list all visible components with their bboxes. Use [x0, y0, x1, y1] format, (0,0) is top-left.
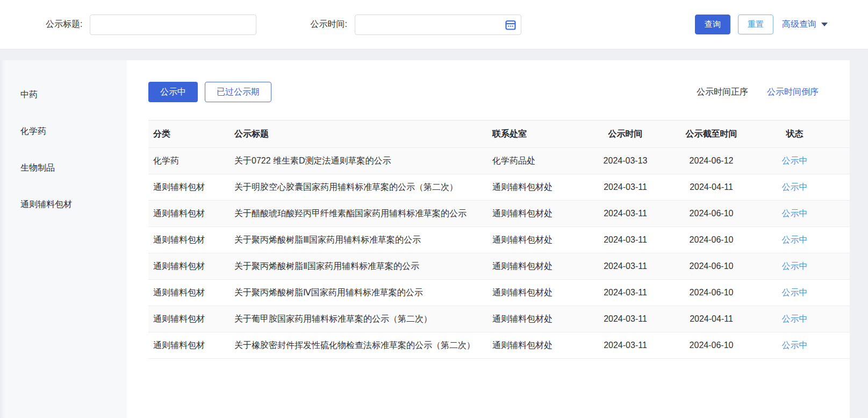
sort-link-1[interactable]: 公示时间倒序	[767, 87, 819, 98]
notice-title-input[interactable]	[90, 15, 256, 35]
table-row: 通则辅料包材 关于醋酸琥珀酸羟丙甲纤维素酯国家药用辅料标准草案的公示 通则辅料包…	[148, 201, 850, 227]
status-link[interactable]: 公示中	[782, 341, 808, 350]
status-link[interactable]: 公示中	[782, 182, 808, 192]
caret-down-icon	[821, 23, 828, 26]
cell-contact-office: 化学药品处	[492, 148, 592, 174]
status-link[interactable]: 公示中	[782, 261, 808, 271]
tab-1[interactable]: 已过公示期	[205, 82, 271, 102]
table-row: 通则辅料包材 关于橡胶密封件挥发性硫化物检查法标准草案的公示（第二次） 通则辅料…	[148, 332, 850, 359]
notice-title-label: 公示标题:	[46, 19, 82, 30]
cell-deadline: 2024-06-10	[659, 332, 764, 358]
cell-notice-title[interactable]: 关于葡甲胺国家药用辅料标准草案的公示（第二次）	[234, 306, 492, 332]
cell-deadline: 2024-06-10	[659, 253, 764, 279]
cell-notice-title[interactable]: 关于聚丙烯酸树脂Ⅲ国家药用辅料标准草案的公示	[234, 227, 492, 253]
column-header-3: 公示时间	[592, 121, 659, 147]
sidebar-item-2[interactable]: 生物制品	[0, 150, 127, 186]
table-row: 通则辅料包材 关于葡甲胺国家药用辅料标准草案的公示（第二次） 通则辅料包材处 2…	[148, 306, 850, 332]
cell-notice-title[interactable]: 关于聚丙烯酸树脂Ⅳ国家药用辅料标准草案的公示	[234, 280, 492, 306]
cell-status: 公示中	[764, 148, 826, 174]
cell-notice-title[interactable]: 关于0722 维生素D测定法通则草案的公示	[234, 148, 492, 174]
status-link[interactable]: 公示中	[782, 288, 808, 297]
table-row: 通则辅料包材 关于聚丙烯酸树脂Ⅲ国家药用辅料标准草案的公示 通则辅料包材处 20…	[148, 227, 850, 253]
cell-contact-office: 通则辅料包材处	[492, 174, 592, 200]
search-toolbar: 公示标题: 公示时间: 查询 重置 高级查询	[0, 0, 868, 49]
column-header-4: 公示截至时间	[659, 121, 764, 147]
cell-category: 通则辅料包材	[148, 174, 234, 200]
cell-publish-time: 2024-03-11	[592, 280, 659, 306]
sort-link-0[interactable]: 公示时间正序	[697, 87, 748, 98]
cell-notice-title[interactable]: 关于醋酸琥珀酸羟丙甲纤维素酯国家药用辅料标准草案的公示	[234, 201, 492, 226]
cell-contact-office: 通则辅料包材处	[492, 227, 592, 253]
table-row: 通则辅料包材 关于聚丙烯酸树脂Ⅱ国家药用辅料标准草案的公示 通则辅料包材处 20…	[148, 253, 850, 280]
cell-status: 公示中	[764, 253, 826, 279]
notice-table: 分类公示标题联系处室公示时间公示截至时间状态 化学药 关于0722 维生素D测定…	[148, 120, 850, 359]
cell-publish-time: 2024-03-13	[592, 148, 659, 174]
cell-deadline: 2024-04-11	[659, 174, 764, 200]
cell-deadline: 2024-06-10	[659, 280, 764, 306]
column-header-2: 联系处室	[492, 121, 592, 147]
cell-category: 通则辅料包材	[148, 227, 234, 253]
table-row: 通则辅料包材 关于明胶空心胶囊国家药用辅料标准草案的公示（第二次） 通则辅料包材…	[148, 174, 850, 201]
sidebar-item-1[interactable]: 化学药	[0, 113, 127, 150]
table-row: 通则辅料包材 关于聚丙烯酸树脂Ⅳ国家药用辅料标准草案的公示 通则辅料包材处 20…	[148, 280, 850, 306]
reset-button[interactable]: 重置	[738, 15, 773, 34]
cell-publish-time: 2024-03-11	[592, 201, 659, 226]
content-area: 中药化学药生物制品通则辅料包材 公示中已过公示期 公示时间正序公示时间倒序 分类…	[0, 60, 868, 418]
cell-publish-time: 2024-03-11	[592, 253, 659, 279]
cell-status: 公示中	[764, 280, 826, 306]
cell-status: 公示中	[764, 201, 826, 226]
search-actions: 查询 重置 高级查询	[695, 15, 828, 34]
cell-category: 通则辅料包材	[148, 280, 234, 306]
table-header-row: 分类公示标题联系处室公示时间公示截至时间状态	[148, 121, 850, 148]
status-link[interactable]: 公示中	[782, 209, 808, 218]
column-header-1: 公示标题	[234, 121, 492, 147]
tabs-and-sort-row: 公示中已过公示期 公示时间正序公示时间倒序	[148, 82, 850, 102]
table-row: 化学药 关于0722 维生素D测定法通则草案的公示 化学药品处 2024-03-…	[148, 148, 850, 174]
cell-contact-office: 通则辅料包材处	[492, 306, 592, 332]
notice-time-label: 公示时间:	[310, 19, 347, 30]
notice-time-field: 公示时间:	[310, 15, 521, 35]
status-link[interactable]: 公示中	[782, 235, 808, 244]
sidebar-item-3[interactable]: 通则辅料包材	[0, 186, 127, 223]
cell-deadline: 2024-06-10	[659, 227, 764, 253]
cell-category: 通则辅料包材	[148, 332, 234, 358]
cell-status: 公示中	[764, 174, 826, 200]
cell-category: 通则辅料包材	[148, 253, 234, 279]
cell-deadline: 2024-04-11	[659, 306, 764, 332]
cell-status: 公示中	[764, 306, 826, 332]
cell-status: 公示中	[764, 227, 826, 253]
cell-deadline: 2024-06-10	[659, 201, 764, 226]
advanced-query-dropdown[interactable]: 高级查询	[782, 19, 828, 30]
notice-panel: 公示中已过公示期 公示时间正序公示时间倒序 分类公示标题联系处室公示时间公示截至…	[127, 60, 850, 418]
cell-publish-time: 2024-03-11	[592, 332, 659, 358]
cell-notice-title[interactable]: 关于聚丙烯酸树脂Ⅱ国家药用辅料标准草案的公示	[234, 253, 492, 279]
cell-contact-office: 通则辅料包材处	[492, 332, 592, 358]
cell-publish-time: 2024-03-11	[592, 306, 659, 332]
status-link[interactable]: 公示中	[782, 314, 808, 323]
notice-time-input[interactable]	[355, 15, 521, 35]
status-link[interactable]: 公示中	[782, 156, 808, 165]
cell-category: 通则辅料包材	[148, 306, 234, 332]
advanced-query-label: 高级查询	[782, 19, 816, 30]
cell-publish-time: 2024-03-11	[592, 174, 659, 200]
cell-notice-title[interactable]: 关于橡胶密封件挥发性硫化物检查法标准草案的公示（第二次）	[234, 332, 492, 358]
cell-category: 化学药	[148, 148, 234, 174]
cell-notice-title[interactable]: 关于明胶空心胶囊国家药用辅料标准草案的公示（第二次）	[234, 174, 492, 200]
column-header-0: 分类	[148, 121, 234, 147]
calendar-icon[interactable]	[505, 19, 516, 30]
cell-deadline: 2024-06-12	[659, 148, 764, 174]
cell-contact-office: 通则辅料包材处	[492, 280, 592, 306]
cell-publish-time: 2024-03-11	[592, 227, 659, 253]
cell-contact-office: 通则辅料包材处	[492, 201, 592, 226]
cell-status: 公示中	[764, 332, 826, 358]
query-button[interactable]: 查询	[695, 15, 730, 34]
tab-0[interactable]: 公示中	[148, 82, 198, 102]
cell-contact-office: 通则辅料包材处	[492, 253, 592, 279]
sidebar-item-0[interactable]: 中药	[0, 76, 127, 113]
category-sidebar: 中药化学药生物制品通则辅料包材	[0, 60, 127, 418]
column-header-5: 状态	[764, 121, 826, 147]
cell-category: 通则辅料包材	[148, 201, 234, 226]
